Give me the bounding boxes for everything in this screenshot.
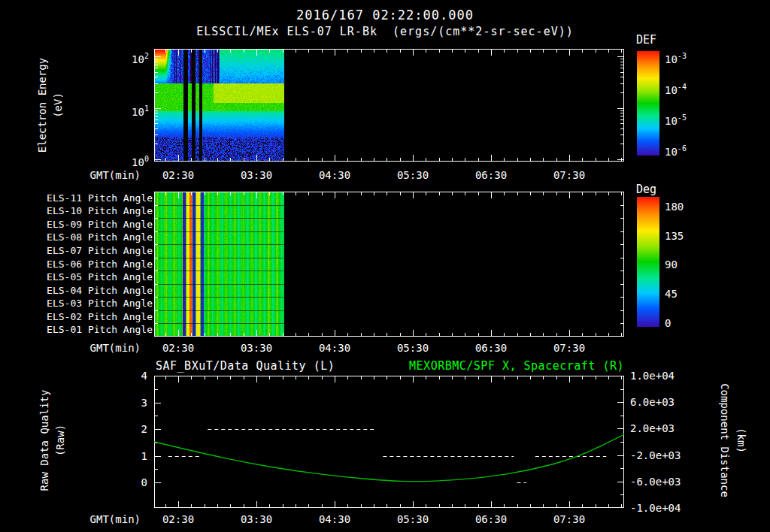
- distance-ytick: 1.0e+04: [630, 370, 693, 382]
- pitch-row-label: ELS-10 Pitch Angle: [15, 205, 153, 217]
- energy-spectrogram-canvas: [154, 49, 624, 162]
- gmt-axis-label-3: GMT(min): [65, 513, 141, 525]
- deg-colorbar: [637, 197, 659, 327]
- time-tick-label: 05:30: [389, 513, 437, 525]
- time-tick-label: 07:30: [545, 513, 593, 525]
- pitch-row-label: ELS-05 Pitch Angle: [15, 271, 153, 283]
- def-colorbar-title: DEF: [636, 33, 656, 47]
- cdaweb-plot-page: 2016/167 02:22:00.000 ELSSCIL/MEx ELS-07…: [0, 0, 770, 532]
- time-tick-label: 06:30: [467, 342, 515, 354]
- gmt-axis-label-2: GMT(min): [65, 342, 141, 354]
- deg-cbtick-45: 45: [665, 288, 719, 300]
- distance-ytick: 6.0e+03: [630, 396, 693, 408]
- def-cbtick-1e-3: 10-3: [665, 50, 719, 65]
- quality-ytick-1: 1: [113, 450, 147, 462]
- time-tick-label: 07:30: [545, 342, 593, 354]
- pitch-angle-canvas: [154, 192, 624, 337]
- pitch-row-label: ELS-01 Pitch Angle: [15, 324, 153, 336]
- quality-panel-title-left: SAF_BXuT/Data Quality (L): [156, 359, 335, 373]
- distance-ytick: -6.0e+03: [630, 476, 693, 488]
- distance-axis-units: (km): [734, 365, 749, 515]
- time-tick-label: 02:30: [154, 169, 202, 181]
- pitch-row-label: ELS-03 Pitch Angle: [15, 298, 153, 310]
- time-tick-label: 02:30: [154, 342, 202, 354]
- quality-panel-title-right: MEXORBMC/SPF X, Spacecraft (R): [323, 359, 624, 373]
- time-tick-label: 06:30: [467, 169, 515, 181]
- pitch-row-label: ELS-11 Pitch Angle: [15, 192, 153, 204]
- pitch-row-label: ELS-09 Pitch Angle: [15, 219, 153, 231]
- def-cbtick-1e-4: 10-4: [665, 81, 719, 96]
- time-tick-label: 05:30: [389, 342, 437, 354]
- energy-axis-label: Electron Energy (eV): [35, 41, 66, 169]
- pitch-row-label: ELS-02 Pitch Angle: [15, 311, 153, 323]
- deg-cbtick-0: 0: [665, 317, 719, 329]
- time-tick-label: 02:30: [154, 513, 202, 525]
- quality-ytick-2: 2: [113, 423, 147, 435]
- quality-ytick-0: 0: [113, 476, 147, 488]
- time-tick-label: 03:30: [232, 513, 280, 525]
- time-tick-label: 05:30: [389, 169, 437, 181]
- time-tick-label: 04:30: [311, 169, 359, 181]
- def-cbtick-1e-5: 10-5: [665, 112, 719, 127]
- distance-ytick: 2.0e+03: [630, 422, 693, 434]
- time-tick-label: 03:30: [232, 342, 280, 354]
- distance-axis-label: Component Distance: [717, 365, 732, 515]
- def-cbtick-1e-6: 10-6: [665, 143, 719, 158]
- deg-cbtick-135: 135: [665, 230, 719, 242]
- quality-axis-label: Raw Data Quality (Raw): [37, 376, 68, 504]
- quality-ytick-3: 3: [113, 397, 147, 409]
- energy-ytick-1ev: 100: [105, 153, 149, 168]
- pitch-row-label: ELS-07 Pitch Angle: [15, 245, 153, 257]
- page-title: 2016/167 02:22:00.000: [0, 8, 770, 23]
- time-tick-label: 04:30: [311, 342, 359, 354]
- time-tick-label: 04:30: [311, 513, 359, 525]
- deg-colorbar-title: Deg: [636, 183, 656, 196]
- pitch-row-label: ELS-08 Pitch Angle: [15, 231, 153, 243]
- time-tick-label: 07:30: [545, 169, 593, 181]
- time-tick-label: 06:30: [467, 513, 515, 525]
- deg-cbtick-180: 180: [665, 201, 719, 213]
- def-colorbar: [637, 51, 659, 156]
- deg-cbtick-90: 90: [665, 258, 719, 271]
- quality-distance-canvas: [154, 376, 624, 508]
- time-tick-label: 03:30: [232, 169, 280, 181]
- pitch-row-label: ELS-04 Pitch Angle: [15, 285, 153, 297]
- distance-ytick: -2.0e+03: [630, 449, 693, 461]
- gmt-axis-label-1: GMT(min): [65, 169, 141, 181]
- distance-ytick: -1.0e+04: [630, 502, 693, 514]
- pitch-row-label: ELS-06 Pitch Angle: [15, 258, 153, 271]
- energy-ytick-100ev: 102: [105, 50, 149, 65]
- quality-ytick-4: 4: [113, 370, 147, 382]
- energy-ytick-10ev: 101: [105, 103, 149, 118]
